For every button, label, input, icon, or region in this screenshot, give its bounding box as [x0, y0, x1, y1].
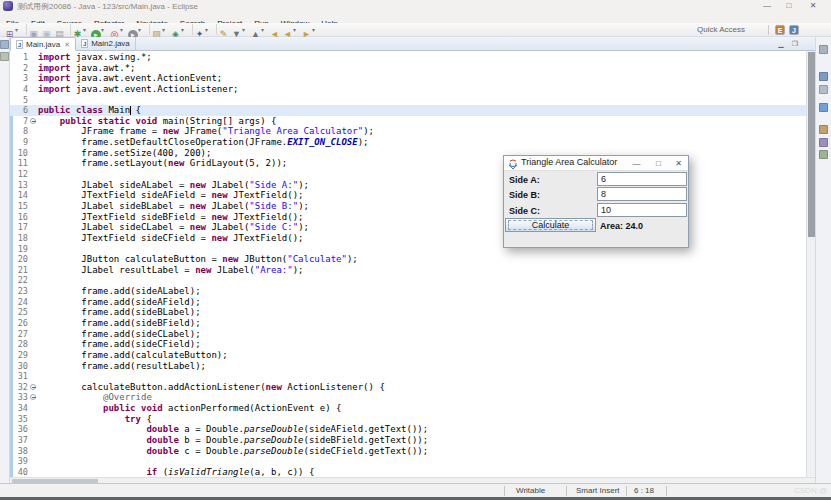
code-line[interactable]: 1import javax.swing.*;	[10, 52, 815, 63]
code-line[interactable]: 13 JLabel sideALabel = new JLabel("Side …	[10, 180, 815, 191]
code-line[interactable]: 32 calculateButton.addActionListener(new…	[10, 382, 815, 393]
maximize-editor-button[interactable]: ❐	[789, 39, 801, 49]
code-line[interactable]: 18 JTextField sideCField = new JTextFiel…	[10, 233, 815, 244]
code-line[interactable]: 16 JTextField sideBField = new JTextFiel…	[10, 212, 815, 223]
code-line[interactable]: 20 JButton calculateButton = new JButton…	[10, 254, 815, 265]
maximize-window-button[interactable]: □	[781, 0, 797, 11]
code-line[interactable]: 26 frame.add(sideBField);	[10, 318, 815, 329]
toolbar-debug-button[interactable]: ✱▾	[71, 23, 90, 37]
code-line[interactable]: 29 frame.add(calculateButton);	[10, 350, 815, 361]
toolbar-print-button[interactable]: ▤	[53, 23, 66, 37]
code-line[interactable]: 19	[10, 244, 815, 255]
code-line[interactable]: 40 if (isValidTriangle(a, b, c)) {	[10, 467, 815, 477]
close-window-button[interactable]: ✕	[805, 0, 821, 11]
search-marker-icon[interactable]	[819, 103, 828, 112]
code-line[interactable]: 38 double c = Double.parseDouble(sideCFi…	[10, 446, 815, 457]
line-number: 14	[12, 190, 28, 201]
code-line[interactable]: 5	[10, 95, 815, 106]
code-line[interactable]: 22	[10, 275, 815, 286]
code-line[interactable]: 33 @Override	[10, 392, 815, 403]
code-line[interactable]: 4import java.awt.event.ActionListener;	[10, 84, 815, 95]
dialog-close-button[interactable]: ✕	[671, 157, 686, 170]
code-line[interactable]: 31	[10, 371, 815, 382]
code-line[interactable]: 21 JLabel resultLabel = new JLabel("Area…	[10, 265, 815, 276]
watermark: CSDN @	[794, 484, 827, 497]
restore-package-explorer-view-icon[interactable]	[0, 40, 9, 49]
toolbar-save-button[interactable]: ▣	[27, 23, 40, 37]
code-line[interactable]: 34 public void actionPerformed(ActionEve…	[10, 403, 815, 414]
restore-hierarchy-view-icon[interactable]	[0, 52, 9, 61]
fold-marker-icon[interactable]	[30, 394, 36, 400]
code-line[interactable]: 3import java.awt.event.ActionEvent;	[10, 73, 815, 84]
toolbar-external-tools-button[interactable]: ►▾	[127, 23, 145, 37]
code-line[interactable]: 35 try {	[10, 414, 815, 425]
toolbar-mark-occurrences-button[interactable]: ✎	[217, 23, 230, 37]
code-line[interactable]: 39	[10, 456, 815, 467]
dialog-text-field[interactable]: 8	[597, 187, 687, 201]
code-line[interactable]: 15 JLabel sideBLabel = new JLabel("Side …	[10, 201, 815, 212]
toolbar-back-button[interactable]: ◄▾	[281, 23, 300, 37]
toolbar-save-all-button[interactable]: ▣	[40, 23, 53, 37]
code-line[interactable]: 30 frame.add(resultLabel);	[10, 361, 815, 372]
editor-area[interactable]: 1import javax.swing.*;2import java.awt.*…	[10, 51, 815, 477]
restore-problems-view-icon[interactable]	[819, 85, 828, 94]
toolbar-last-edit-location-button[interactable]: ◄	[268, 23, 281, 37]
eclipse-window: 测试用例20086 - Java - 123/src/Main.java - E…	[0, 0, 831, 500]
quick-access-box[interactable]: Quick Access	[697, 23, 745, 37]
restore-javadoc-view-icon[interactable]	[819, 125, 828, 134]
toolbar-forward-button[interactable]: ►▾	[300, 23, 319, 37]
code-line[interactable]: 14 JTextField sideAField = new JTextFiel…	[10, 190, 815, 201]
code-line[interactable]: 2import java.awt.*;	[10, 63, 815, 74]
fold-marker-icon[interactable]	[30, 118, 36, 124]
toolbar-next-annotation-button[interactable]: ▼▾	[230, 23, 249, 37]
restore-task-list-view-icon[interactable]	[819, 45, 828, 54]
tab-main2java[interactable]: JMain2.java	[76, 37, 136, 51]
line-number: 29	[12, 350, 28, 361]
restore-declaration-view-icon[interactable]	[819, 138, 828, 147]
calculate-button[interactable]: Calculate	[505, 218, 596, 232]
toolbar-prev-annotation-button[interactable]: ▲▾	[249, 23, 268, 37]
vertical-scrollbar-thumb[interactable]	[808, 52, 815, 237]
java-ee-perspective-icon[interactable]: E	[775, 25, 785, 35]
toolbar-search-button[interactable]: ✦▾	[193, 23, 212, 37]
code-line[interactable]: 17 JLabel sideCLabel = new JLabel("Side …	[10, 222, 815, 233]
toolbar-new-java-project-button[interactable]: ▨▾	[150, 23, 169, 37]
minimize-window-button[interactable]: —	[759, 0, 775, 11]
close-tab-icon[interactable]: ✕	[64, 41, 70, 48]
toolbar-run-button[interactable]: ►▾	[90, 23, 108, 37]
code-line[interactable]: 28 frame.add(sideCField);	[10, 339, 815, 350]
code-line[interactable]: 25 frame.add(sideBLabel);	[10, 307, 815, 318]
code-line[interactable]: 7 public static void main(String[] args)…	[10, 116, 815, 127]
line-number: 28	[12, 339, 28, 350]
code-line[interactable]: 23 frame.add(sideALabel);	[10, 286, 815, 297]
code-line[interactable]: 36 double a = Double.parseDouble(sideAFi…	[10, 424, 815, 435]
dialog-text-field[interactable]: 10	[597, 203, 687, 217]
status-separator	[566, 486, 567, 496]
toolbar-coverage-button[interactable]: ◎▾	[108, 23, 127, 37]
code-text: JLabel sideCLabel = new JLabel("Side C:"…	[38, 222, 309, 233]
tab-mainjava[interactable]: JMain.java✕	[10, 37, 76, 51]
dialog-minimize-button[interactable]: —	[629, 157, 644, 170]
java-perspective-icon[interactable]: J	[789, 25, 799, 35]
toolbar-new-wizard-button[interactable]: ⊞▾	[3, 23, 22, 37]
line-number: 11	[12, 158, 28, 169]
code-line[interactable]: 10 frame.setSize(400, 200);	[10, 148, 815, 159]
code-line[interactable]: 11 frame.setLayout(new GridLayout(5, 2))…	[10, 158, 815, 169]
fold-marker-icon[interactable]	[30, 384, 36, 390]
code-line[interactable]: 12	[10, 169, 815, 180]
dialog-window[interactable]: Triangle Area Calculator — □ ✕ Calculate…	[503, 155, 689, 248]
toolbar-new-class-button[interactable]: ◈▾	[169, 23, 188, 37]
restore-outline-view-icon[interactable]	[819, 72, 828, 81]
code-line[interactable]: 9 frame.setDefaultCloseOperation(JFrame.…	[10, 137, 815, 148]
dialog-text-field[interactable]: 6	[597, 172, 687, 186]
code-line[interactable]: 24 frame.add(sideAField);	[10, 297, 815, 308]
dialog-maximize-button[interactable]: □	[651, 157, 666, 170]
minimize-editor-button[interactable]: ▁	[775, 39, 787, 49]
code-line[interactable]: 37 double b = Double.parseDouble(sideBFi…	[10, 435, 815, 446]
code-text: double b = Double.parseDouble(sideBField…	[38, 435, 428, 446]
button-focus-ring	[508, 220, 593, 230]
code-line[interactable]: 8 JFrame frame = new JFrame("Triangle Ar…	[10, 126, 815, 137]
restore-console-view-icon[interactable]	[819, 150, 828, 159]
code-line[interactable]: 27 frame.add(sideCLabel);	[10, 329, 815, 340]
vertical-scrollbar[interactable]	[806, 51, 815, 477]
